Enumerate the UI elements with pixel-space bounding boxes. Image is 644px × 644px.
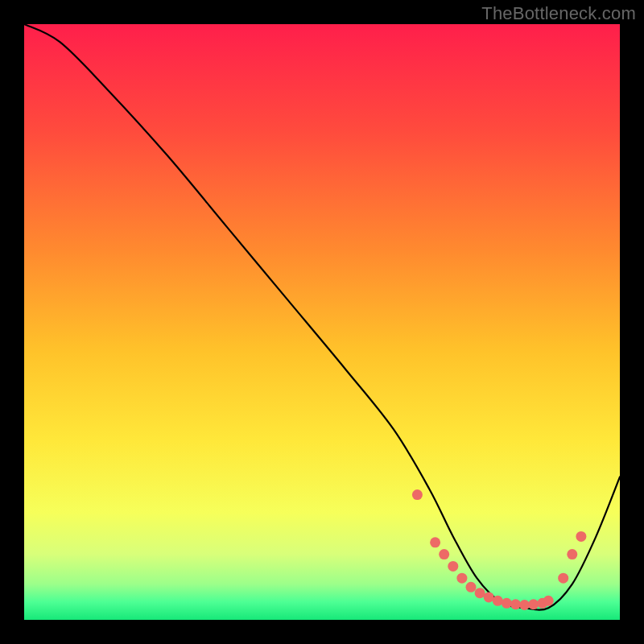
highlight-dot (528, 599, 539, 609)
highlight-dot (519, 600, 530, 610)
highlight-dot (510, 599, 521, 609)
highlight-dot (493, 596, 503, 606)
highlight-dot (448, 561, 458, 572)
highlight-dot (484, 592, 494, 602)
highlight-dot (558, 573, 568, 584)
highlight-dot (567, 549, 577, 559)
highlight-dot (475, 588, 485, 598)
watermark-text: TheBottleneck.com (481, 3, 636, 24)
highlight-dot (576, 531, 586, 542)
highlight-dot (456, 573, 467, 584)
highlight-dot (439, 549, 449, 559)
highlight-dot (543, 596, 554, 606)
highlight-dot (466, 582, 477, 592)
bottleneck-curve (24, 24, 620, 610)
chart-stage: TheBottleneck.com (0, 0, 644, 644)
highlight-dot (430, 537, 440, 547)
highlight-dot (502, 598, 512, 609)
chart-svg (24, 24, 620, 620)
highlight-dot (412, 489, 423, 500)
